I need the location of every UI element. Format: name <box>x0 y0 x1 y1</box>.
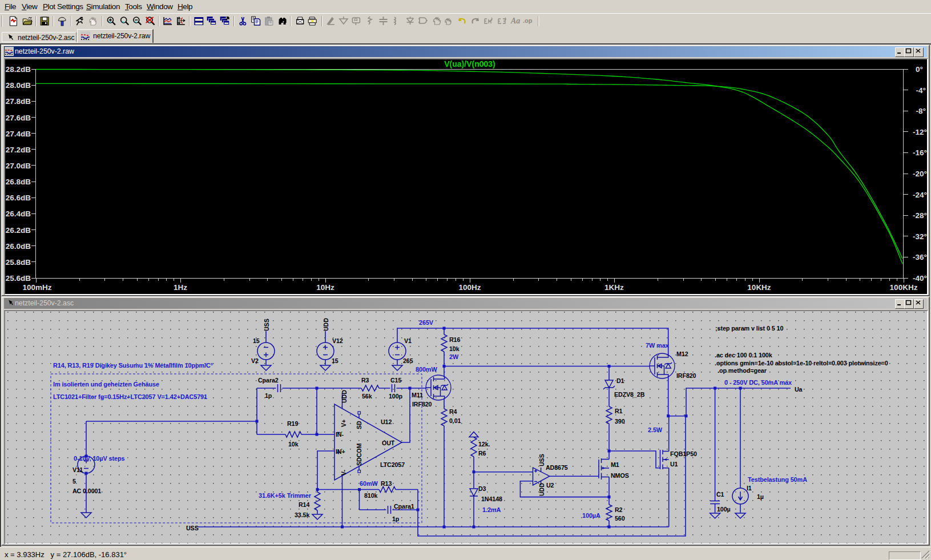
svg-text:25.6dB: 25.6dB <box>6 274 31 283</box>
svg-text:27.8dB: 27.8dB <box>6 97 31 106</box>
svg-text:C15: C15 <box>390 377 401 384</box>
svg-text:USS: USS <box>538 454 545 466</box>
svg-text:2.5W: 2.5W <box>648 426 663 433</box>
svg-text:M1: M1 <box>611 461 619 468</box>
svg-text:0 - 250V DC, 50mA max: 0 - 250V DC, 50mA max <box>724 379 792 386</box>
svg-text:10k: 10k <box>288 441 299 448</box>
svg-text:Ua: Ua <box>795 386 803 393</box>
svg-text:26.0dB: 26.0dB <box>6 242 31 251</box>
svg-text:IN+: IN+ <box>336 448 345 455</box>
svg-text:USS: USS <box>186 525 199 531</box>
svg-text:UDD: UDD <box>323 318 329 331</box>
svg-text:U1: U1 <box>670 461 678 468</box>
svg-text:-36°: -36° <box>913 253 927 261</box>
svg-text:100Hz: 100Hz <box>458 283 481 292</box>
svg-text:1µ: 1µ <box>757 493 764 500</box>
svg-text:0°: 0° <box>916 65 923 74</box>
svg-text:1Hz: 1Hz <box>174 283 187 292</box>
svg-text:R14, R13, R19 Digikey Susumu 1: R14, R13, R19 Digikey Susumu 1% Metallfi… <box>53 362 213 369</box>
svg-text:26.2dB: 26.2dB <box>6 226 31 235</box>
svg-text:D3: D3 <box>478 485 486 492</box>
svg-text:LTC2057: LTC2057 <box>380 461 405 468</box>
svg-text:28.2dB: 28.2dB <box>6 65 31 74</box>
svg-text:Im isolierten und geheizten Ge: Im isolierten und geheizten Gehäuse <box>53 381 159 388</box>
svg-text:-24°: -24° <box>913 191 927 199</box>
svg-text:C1: C1 <box>716 491 724 498</box>
svg-text:27.2dB: 27.2dB <box>6 146 31 154</box>
svg-text:SDCOM: SDCOM <box>356 444 362 466</box>
svg-text:UDD: UDD <box>341 390 348 403</box>
svg-text:26.4dB: 26.4dB <box>6 210 31 218</box>
svg-text:Cpara1: Cpara1 <box>394 503 414 510</box>
svg-text:100µ: 100µ <box>717 506 731 513</box>
svg-text:R6: R6 <box>478 450 486 457</box>
svg-text:-16°: -16° <box>913 148 927 157</box>
svg-text:V12: V12 <box>332 337 343 344</box>
svg-text:56k: 56k <box>362 393 372 400</box>
svg-text:27.0dB: 27.0dB <box>6 162 31 170</box>
svg-text:R19: R19 <box>287 420 298 427</box>
svg-text:100KHz: 100KHz <box>890 283 918 292</box>
svg-text:7W max: 7W max <box>646 342 669 349</box>
svg-text:Aa: Aa <box>510 17 520 25</box>
svg-text:LTC1021+Filter fg=0.15Hz+LTC20: LTC1021+Filter fg=0.15Hz+LTC2057 V=1.42+… <box>53 393 207 400</box>
svg-text:FQB1P50: FQB1P50 <box>670 450 697 457</box>
svg-text:810k: 810k <box>364 492 378 499</box>
svg-text:AD8675: AD8675 <box>546 464 568 471</box>
svg-text:.ac dec 100 0.1 100k: .ac dec 100 0.1 100k <box>715 352 773 358</box>
svg-text:10k: 10k <box>449 345 460 352</box>
svg-text:560: 560 <box>615 515 625 522</box>
svg-text:0-10V, 10µV steps: 0-10V, 10µV steps <box>74 455 125 462</box>
svg-text:390: 390 <box>615 418 625 425</box>
svg-text:15: 15 <box>332 357 338 364</box>
svg-text:.options gmin=1e-10 abstol=1e-: .options gmin=1e-10 abstol=1e-10 reltol=… <box>715 360 888 366</box>
svg-text:R16: R16 <box>449 336 460 343</box>
svg-text:.op method=gear: .op method=gear <box>718 367 767 374</box>
svg-text:26.6dB: 26.6dB <box>6 194 31 202</box>
svg-text:M11: M11 <box>412 392 423 398</box>
svg-text:-8°: -8° <box>916 107 926 115</box>
svg-text:V-: V- <box>340 470 347 476</box>
svg-text:R3: R3 <box>361 377 369 384</box>
svg-text:31.6K+5k Trimmer: 31.6K+5k Trimmer <box>259 492 312 499</box>
svg-text:-40°: -40° <box>913 274 927 283</box>
svg-text:-32°: -32° <box>913 232 927 241</box>
svg-text:265: 265 <box>403 357 413 364</box>
svg-text:265V: 265V <box>419 319 434 326</box>
svg-text:R2: R2 <box>615 506 623 513</box>
svg-text:R4: R4 <box>449 408 457 415</box>
svg-text:-4°: -4° <box>916 86 926 95</box>
svg-text:I1: I1 <box>747 485 752 491</box>
svg-text:;step param v list 0 5 10: ;step param v list 0 5 10 <box>715 325 783 332</box>
svg-text:27.4dB: 27.4dB <box>6 130 31 138</box>
svg-text:V2: V2 <box>251 357 259 364</box>
svg-text:-20°: -20° <box>913 170 927 178</box>
svg-text:1KHz: 1KHz <box>604 283 624 292</box>
svg-text:IN-: IN- <box>336 431 344 438</box>
svg-text:5: 5 <box>72 478 76 485</box>
svg-text:V1: V1 <box>404 337 412 344</box>
svg-text:M12: M12 <box>676 350 688 357</box>
svg-text:28.0dB: 28.0dB <box>6 81 31 90</box>
svg-text:33.5k: 33.5k <box>295 511 309 518</box>
svg-text:1p: 1p <box>265 392 272 399</box>
svg-text:1N4148: 1N4148 <box>481 495 502 502</box>
svg-text:0.01: 0.01 <box>449 417 461 424</box>
svg-text:100mHz: 100mHz <box>22 283 51 292</box>
svg-text:60mW: 60mW <box>360 480 378 487</box>
svg-text:15: 15 <box>253 337 260 344</box>
svg-text:10Hz: 10Hz <box>316 283 334 292</box>
svg-text:1p: 1p <box>392 515 400 522</box>
svg-text:Cpara2: Cpara2 <box>258 377 279 384</box>
svg-text:25.8dB: 25.8dB <box>6 258 31 267</box>
svg-text:-12°: -12° <box>913 128 927 136</box>
svg-text:IRF820: IRF820 <box>412 401 432 408</box>
svg-text:USS: USS <box>263 319 270 331</box>
svg-text:800mW: 800mW <box>416 366 437 373</box>
svg-text:10KHz: 10KHz <box>747 283 771 292</box>
svg-text:100µA: 100µA <box>582 512 600 519</box>
svg-text:U2: U2 <box>546 482 554 489</box>
svg-text:V11: V11 <box>72 466 83 473</box>
svg-text:-28°: -28° <box>913 211 927 220</box>
svg-text:NMOS: NMOS <box>611 472 629 479</box>
